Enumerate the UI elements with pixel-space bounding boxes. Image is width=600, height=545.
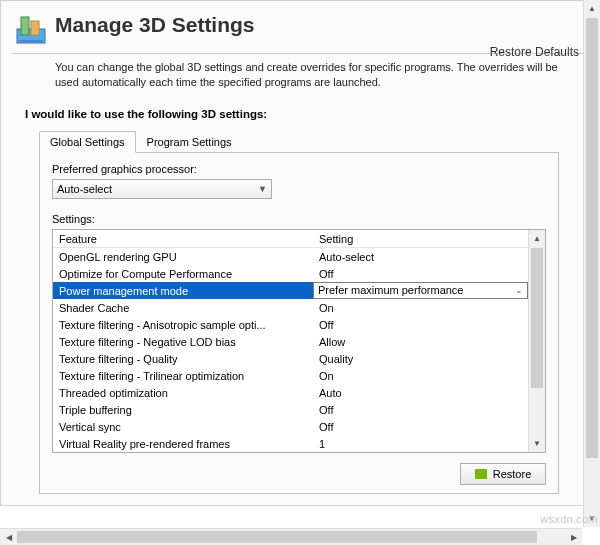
settings-label: Settings: <box>52 213 546 225</box>
settings-panel: Manage 3D Settings Restore Defaults You … <box>0 0 598 506</box>
table-row[interactable]: Triple bufferingOff <box>53 401 528 418</box>
cell-feature: Texture filtering - Negative LOD bias <box>53 333 313 350</box>
tab-program-settings[interactable]: Program Settings <box>136 131 243 153</box>
scroll-left-icon[interactable]: ◀ <box>0 529 17 545</box>
table-row[interactable]: Virtual Reality pre-rendered frames1 <box>53 435 528 452</box>
window-horizontal-scrollbar[interactable]: ◀ ▶ <box>0 528 582 545</box>
cell-setting: Off <box>313 401 528 418</box>
table-row[interactable]: Optimize for Compute PerformanceOff <box>53 265 528 282</box>
window-vertical-scrollbar[interactable]: ▲ ▼ <box>583 0 600 527</box>
cell-feature: Vertical sync <box>53 418 313 435</box>
table-row[interactable]: Shader CacheOn <box>53 299 528 316</box>
preferred-processor-value: Auto-select <box>57 183 112 195</box>
table-row[interactable]: Texture filtering - QualityQuality <box>53 350 528 367</box>
setting-value-text: Prefer maximum performance <box>318 283 464 298</box>
cell-setting: Off <box>313 418 528 435</box>
table-row[interactable]: Texture filtering - Trilinear optimizati… <box>53 367 528 384</box>
cell-setting: Allow <box>313 333 528 350</box>
chevron-down-icon: ▼ <box>258 184 267 194</box>
restore-button[interactable]: Restore <box>460 463 546 485</box>
tab-body: Preferred graphics processor: Auto-selec… <box>39 153 559 494</box>
restore-button-label: Restore <box>493 468 532 480</box>
restore-defaults-link[interactable]: Restore Defaults <box>490 45 579 59</box>
svg-rect-1 <box>21 17 29 35</box>
preferred-processor-select[interactable]: Auto-select ▼ <box>52 179 272 199</box>
table-row[interactable]: Texture filtering - Negative LOD biasAll… <box>53 333 528 350</box>
table-header: Feature Setting <box>53 230 528 248</box>
cell-feature: Virtual Reality pre-rendered frames <box>53 435 313 452</box>
table-rows: OpenGL rendering GPUAuto-selectOptimize … <box>53 248 528 452</box>
tabs-region: Global Settings Program Settings Preferr… <box>39 130 559 494</box>
column-feature[interactable]: Feature <box>53 230 313 247</box>
cell-feature: Threaded optimization <box>53 384 313 401</box>
table-row[interactable]: Vertical syncOff <box>53 418 528 435</box>
preferred-processor-label: Preferred graphics processor: <box>52 163 546 175</box>
cell-feature: Texture filtering - Trilinear optimizati… <box>53 367 313 384</box>
table-row[interactable]: Texture filtering - Anisotropic sample o… <box>53 316 528 333</box>
scroll-thumb[interactable] <box>586 18 598 458</box>
cell-feature: OpenGL rendering GPU <box>53 248 313 265</box>
table-row[interactable]: Power management modePrefer maximum perf… <box>53 282 528 299</box>
cell-setting: Off <box>313 265 528 282</box>
cell-setting: On <box>313 299 528 316</box>
scroll-up-icon[interactable]: ▲ <box>584 0 600 17</box>
watermark-text: wsxdn.com <box>540 513 598 525</box>
scroll-thumb[interactable] <box>531 248 543 388</box>
settings-table-main: Feature Setting OpenGL rendering GPUAuto… <box>53 230 528 452</box>
column-setting[interactable]: Setting <box>313 230 528 247</box>
manage-3d-icon <box>13 11 49 47</box>
cell-feature: Optimize for Compute Performance <box>53 265 313 282</box>
table-vertical-scrollbar[interactable]: ▲ ▼ <box>528 230 545 452</box>
cell-setting: Off <box>313 316 528 333</box>
cell-feature: Texture filtering - Quality <box>53 350 313 367</box>
scroll-track[interactable] <box>17 529 565 545</box>
scroll-up-icon[interactable]: ▲ <box>529 230 545 247</box>
table-row[interactable]: OpenGL rendering GPUAuto-select <box>53 248 528 265</box>
cell-feature: Power management mode <box>53 282 313 299</box>
cell-setting: 1 <box>313 435 528 452</box>
page-title: Manage 3D Settings <box>55 13 581 37</box>
cell-setting: Quality <box>313 350 528 367</box>
table-row[interactable]: Threaded optimizationAuto <box>53 384 528 401</box>
svg-rect-2 <box>31 21 39 35</box>
chevron-down-icon: ⌄ <box>515 283 523 298</box>
cell-setting: On <box>313 367 528 384</box>
scroll-down-icon[interactable]: ▼ <box>529 435 545 452</box>
scroll-right-icon[interactable]: ▶ <box>565 529 582 545</box>
tab-bar: Global Settings Program Settings <box>39 130 559 153</box>
cell-feature: Shader Cache <box>53 299 313 316</box>
cell-feature: Triple buffering <box>53 401 313 418</box>
nvidia-logo-icon <box>475 469 487 479</box>
setting-value-select[interactable]: Prefer maximum performance⌄ <box>313 282 528 299</box>
tab-global-settings[interactable]: Global Settings <box>39 131 136 153</box>
cell-setting: Auto <box>313 384 528 401</box>
cell-feature: Texture filtering - Anisotropic sample o… <box>53 316 313 333</box>
cell-setting: Auto-select <box>313 248 528 265</box>
section-heading: I would like to use the following 3D set… <box>1 100 597 130</box>
cell-setting[interactable]: Prefer maximum performance⌄ <box>313 282 528 299</box>
settings-table: Feature Setting OpenGL rendering GPUAuto… <box>52 229 546 453</box>
scroll-thumb[interactable] <box>17 531 537 543</box>
description-text: You can change the global 3D settings an… <box>1 60 597 100</box>
